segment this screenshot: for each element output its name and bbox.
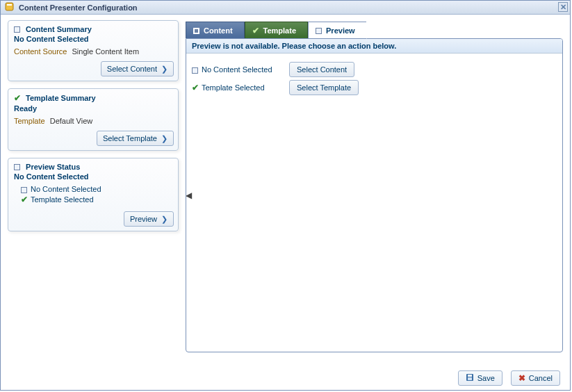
- content-source-label: Content Source: [14, 47, 67, 56]
- dialog-title: Content Presenter Configuration: [19, 3, 138, 12]
- content-summary-subtitle: No Content Selected: [14, 35, 172, 43]
- dialog-footer: Save ✖ Cancel: [1, 366, 570, 390]
- template-value: Default View: [50, 117, 93, 125]
- chevron-right-icon: ❯: [161, 65, 167, 74]
- square-icon: [192, 67, 198, 74]
- template-summary-title: Template Summary: [26, 94, 96, 102]
- status-item-template-selected: ✔ Template Selected: [21, 195, 172, 204]
- panel-template-summary: ✔ Template Summary Ready Template Defaul…: [8, 88, 179, 151]
- check-icon: ✔: [14, 93, 21, 103]
- tab-preview[interactable]: Preview: [308, 22, 367, 38]
- content-summary-title: Content Summary: [26, 25, 92, 33]
- resize-handle[interactable]: ◀: [186, 187, 191, 204]
- save-button[interactable]: Save: [458, 370, 502, 386]
- sidebar: Content Summary No Content Selected Cont…: [1, 15, 183, 366]
- check-icon: ✔: [252, 26, 259, 35]
- app-icon: [5, 4, 16, 13]
- action-select-content-button[interactable]: Select Content: [289, 62, 354, 77]
- preview-status-subtitle: No Content Selected: [14, 172, 172, 181]
- cancel-button[interactable]: ✖ Cancel: [511, 370, 560, 386]
- select-content-label: Select Content: [107, 65, 157, 73]
- action-select-template-button[interactable]: Select Template: [289, 80, 359, 95]
- square-icon: [14, 26, 20, 33]
- cancel-icon: ✖: [518, 373, 525, 383]
- square-icon: [21, 187, 27, 193]
- dialog: Content Presenter Configuration ✕ Conten…: [0, 0, 571, 391]
- template-label: Template: [14, 117, 45, 125]
- triangle-left-icon: ◀: [186, 190, 192, 200]
- status-item-label: Template Selected: [31, 195, 94, 204]
- tab-row: Content ✔ Template Preview: [186, 20, 563, 38]
- template-summary-subtitle: Ready: [14, 104, 172, 113]
- content-pane: Preview is not available. Please choose …: [186, 38, 563, 352]
- check-icon: ✔: [21, 195, 28, 204]
- preview-label: Preview: [130, 215, 157, 223]
- action-grid: No Content Selected Select Content ✔ Tem…: [186, 54, 562, 104]
- save-icon: [466, 373, 474, 384]
- status-item-no-content: No Content Selected: [21, 185, 172, 193]
- action-row-status: No Content Selected: [202, 65, 272, 74]
- tab-preview-label: Preview: [326, 26, 355, 35]
- tab-template[interactable]: ✔ Template: [245, 22, 308, 38]
- action-row-content: No Content Selected Select Content: [192, 62, 557, 77]
- tab-content-label: Content: [204, 26, 233, 35]
- check-icon: ✔: [192, 83, 199, 92]
- select-content-button[interactable]: Select Content ❯: [101, 61, 174, 76]
- svg-rect-3: [468, 375, 472, 377]
- status-item-label: No Content Selected: [31, 185, 101, 193]
- save-label: Save: [477, 374, 495, 382]
- square-icon: [14, 164, 20, 170]
- tab-content[interactable]: Content: [186, 22, 245, 38]
- content-source-value: Single Content Item: [72, 47, 140, 56]
- svg-rect-4: [468, 377, 472, 380]
- square-icon: [316, 28, 322, 34]
- select-template-label: Select Template: [103, 134, 157, 142]
- chevron-right-icon: ❯: [161, 134, 167, 143]
- dialog-body: Content Summary No Content Selected Cont…: [1, 15, 570, 366]
- svg-rect-1: [7, 4, 12, 6]
- preview-message: Preview is not available. Please choose …: [186, 39, 562, 54]
- dialog-titlebar: Content Presenter Configuration ✕: [1, 1, 570, 15]
- action-row-template: ✔ Template Selected Select Template: [192, 80, 557, 95]
- panel-preview-status: Preview Status No Content Selected No Co…: [8, 158, 179, 231]
- tab-template-label: Template: [263, 26, 296, 35]
- panel-content-summary: Content Summary No Content Selected Cont…: [8, 20, 179, 81]
- chevron-right-icon: ❯: [161, 215, 167, 224]
- preview-status-title: Preview Status: [26, 163, 80, 171]
- cancel-label: Cancel: [529, 374, 553, 382]
- action-row-status: Template Selected: [202, 83, 265, 92]
- square-icon: [193, 28, 199, 34]
- select-template-button[interactable]: Select Template ❯: [97, 131, 174, 146]
- close-button[interactable]: ✕: [558, 2, 568, 12]
- preview-button[interactable]: Preview ❯: [124, 211, 174, 227]
- svg-rect-0: [6, 3, 13, 10]
- main-area: Content ✔ Template Preview Preview is no…: [183, 15, 570, 366]
